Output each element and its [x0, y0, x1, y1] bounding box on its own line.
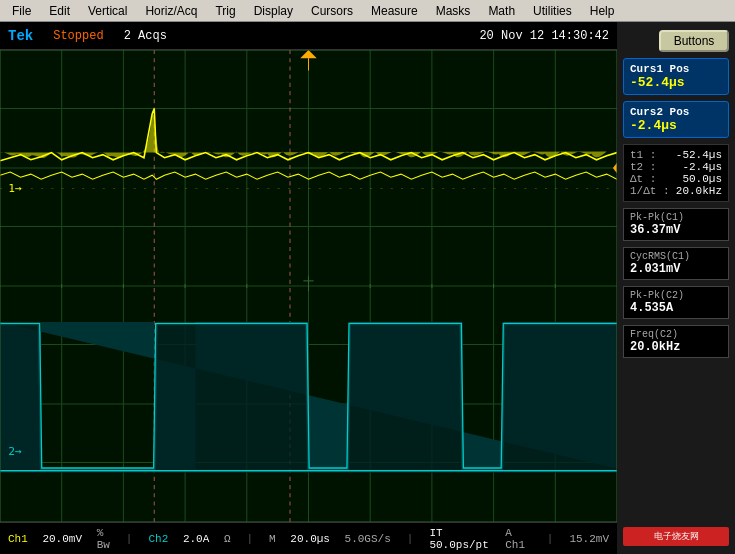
menu-trig[interactable]: Trig: [207, 2, 243, 20]
ch2-label: Ch2: [148, 533, 168, 545]
ch1-info: Ch1 20.0mV % Bw: [8, 527, 110, 551]
menu-masks[interactable]: Masks: [428, 2, 479, 20]
menu-bar: File Edit Vertical Horiz/Acq Trig Displa…: [0, 0, 735, 22]
menu-horiz[interactable]: Horiz/Acq: [137, 2, 205, 20]
curs1-box: Curs1 Pos -52.4µs: [623, 58, 729, 95]
dt-value: 50.0µs: [682, 173, 722, 185]
curs1-title: Curs1 Pos: [630, 63, 722, 75]
screen-wrapper: Tek Stopped 2 Acqs 20 Nov 12 14:30:42: [0, 22, 617, 554]
t2-label: t2 :: [630, 161, 656, 173]
t1-value: -52.4µs: [676, 149, 722, 161]
timebase-value: 20.0µs: [290, 533, 330, 545]
divider2: |: [247, 533, 254, 545]
sample-rate: 5.0GS/s: [345, 533, 391, 545]
brand-label: Tek: [8, 28, 33, 44]
timebase-info: M 20.0µs 5.0GS/s: [269, 533, 391, 545]
meas-2-label: CycRMS(C1): [630, 251, 722, 262]
state-label: Stopped: [53, 29, 103, 43]
timebase-label: M: [269, 533, 276, 545]
divider3: |: [407, 533, 414, 545]
curs1-value: -52.4µs: [630, 75, 722, 90]
t1-label: t1 :: [630, 149, 656, 161]
menu-vertical[interactable]: Vertical: [80, 2, 135, 20]
ch2-info: Ch2 2.0A Ω: [148, 533, 230, 545]
t1-row: t1 : -52.4µs: [630, 149, 722, 161]
meas-2-value: 2.031mV: [630, 262, 722, 276]
timestamp-label: 20 Nov 12 14:30:42: [479, 29, 609, 43]
meas-3: Pk-Pk(C2) 4.535A: [623, 286, 729, 319]
svg-text:2→: 2→: [8, 445, 22, 458]
menu-measure[interactable]: Measure: [363, 2, 426, 20]
divider4: |: [547, 533, 554, 545]
meas-1-value: 36.37mV: [630, 223, 722, 237]
menu-utilities[interactable]: Utilities: [525, 2, 580, 20]
acquisitions-label: 2 Acqs: [124, 29, 460, 43]
scope-display: 1→ 2→: [0, 50, 617, 522]
record-info: 15.2mV: [569, 533, 609, 545]
curs2-title: Curs2 Pos: [630, 106, 722, 118]
oscilloscope-screen: 1→ 2→: [0, 50, 617, 522]
right-panel: Buttons Curs1 Pos -52.4µs Curs2 Pos -2.4…: [617, 22, 735, 554]
menu-cursors[interactable]: Cursors: [303, 2, 361, 20]
record-value: 15.2mV: [569, 533, 609, 545]
svg-text:1→: 1→: [8, 182, 22, 195]
freq-row: 1/Δt : 20.0kHz: [630, 185, 722, 197]
menu-edit[interactable]: Edit: [41, 2, 78, 20]
menu-help[interactable]: Help: [582, 2, 623, 20]
time-info-box: t1 : -52.4µs t2 : -2.4µs Δt : 50.0µs 1/Δ…: [623, 144, 729, 202]
ch2-scale: 2.0A: [183, 533, 209, 545]
freq-value: 20.0kHz: [676, 185, 722, 197]
menu-display[interactable]: Display: [246, 2, 301, 20]
scope-body: Tek Stopped 2 Acqs 20 Nov 12 14:30:42: [0, 22, 735, 554]
ch1-label: Ch1: [8, 533, 28, 545]
trigger-pos: IT 50.0ps/pt: [429, 527, 490, 551]
ch1-bw: % Bw: [97, 527, 110, 551]
dt-label: Δt :: [630, 173, 656, 185]
bottom-status-bar: Ch1 20.0mV % Bw | Ch2 2.0A Ω | M 20.0µs …: [0, 522, 617, 554]
t2-value: -2.4µs: [682, 161, 722, 173]
freq-label: 1/Δt :: [630, 185, 670, 197]
curs2-box: Curs2 Pos -2.4µs: [623, 101, 729, 138]
dt-row: Δt : 50.0µs: [630, 173, 722, 185]
meas-3-value: 4.535A: [630, 301, 722, 315]
ch2-omega: Ω: [224, 533, 231, 545]
t2-row: t2 : -2.4µs: [630, 161, 722, 173]
meas-3-label: Pk-Pk(C2): [630, 290, 722, 301]
divider1: |: [126, 533, 133, 545]
menu-file[interactable]: File: [4, 2, 39, 20]
meas-4: Freq(C2) 20.0kHz: [623, 325, 729, 358]
trigger-label: A Ch1: [505, 527, 531, 551]
watermark: 电子烧友网: [623, 527, 729, 546]
status-bar: Tek Stopped 2 Acqs 20 Nov 12 14:30:42: [0, 22, 617, 50]
curs2-value: -2.4µs: [630, 118, 722, 133]
ch1-scale: 20.0mV: [42, 533, 82, 545]
meas-4-label: Freq(C2): [630, 329, 722, 340]
meas-1: Pk-Pk(C1) 36.37mV: [623, 208, 729, 241]
buttons-button[interactable]: Buttons: [659, 30, 729, 52]
meas-2: CycRMS(C1) 2.031mV: [623, 247, 729, 280]
trigger-info: IT 50.0ps/pt A Ch1: [429, 527, 530, 551]
meas-4-value: 20.0kHz: [630, 340, 722, 354]
meas-1-label: Pk-Pk(C1): [630, 212, 722, 223]
menu-math[interactable]: Math: [480, 2, 523, 20]
